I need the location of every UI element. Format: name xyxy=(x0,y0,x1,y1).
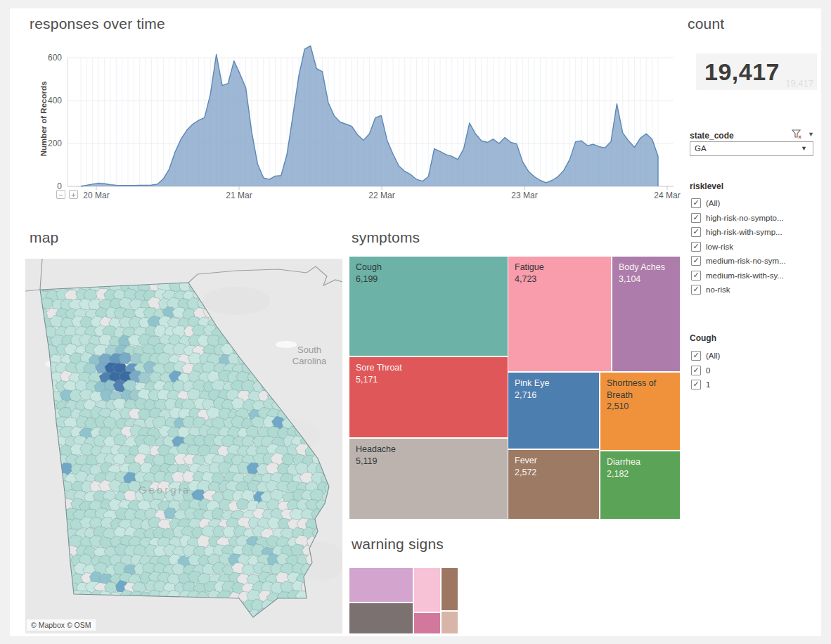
treemap-tile[interactable] xyxy=(349,603,413,633)
y-axis-tick-label: 600 xyxy=(41,53,62,63)
x-axis-tick-label: 24 Mar xyxy=(638,191,697,200)
count-title: count xyxy=(688,15,724,32)
map-label-neighbor-state: South xyxy=(297,344,321,355)
svg-text:×: × xyxy=(798,134,801,140)
treemap-tile[interactable] xyxy=(442,568,458,610)
axis-zoom-out-button[interactable]: − xyxy=(56,190,65,199)
tile-value: 5,171 xyxy=(356,374,501,386)
treemap-tile-cough[interactable]: Cough6,199 xyxy=(349,257,508,356)
state-code-filter-title: state_code xyxy=(690,131,734,141)
treemap-tile[interactable] xyxy=(414,568,440,612)
responses-over-time-chart[interactable]: Number of Records 020040060020 Mar21 Mar… xyxy=(35,41,676,218)
checkbox-icon[interactable]: ✓ xyxy=(691,213,701,223)
filter-option-risklevel-1[interactable]: ✓high-risk-no-sympto... xyxy=(691,212,784,224)
checkbox-icon[interactable]: ✓ xyxy=(691,285,701,295)
cough-filter-title: Cough xyxy=(690,333,716,343)
y-axis-tick-label: 400 xyxy=(41,96,62,105)
tile-label: Pink Eye xyxy=(515,378,593,389)
map-view[interactable]: SouthCarolinaGeorgia © Mapbox © OSM xyxy=(25,259,342,633)
checkbox-label: (All) xyxy=(706,199,720,207)
treemap-tile[interactable] xyxy=(349,568,413,602)
treemap-tile-fatigue[interactable]: Fatigue4,723 xyxy=(508,257,611,371)
count-value: 19,417 xyxy=(704,58,780,86)
warning-signs-title: warning signs xyxy=(352,536,444,553)
risklevel-filter-title: risklevel xyxy=(690,181,723,191)
tile-value: 2,510 xyxy=(607,401,674,413)
treemap-tile[interactable] xyxy=(414,613,440,633)
tile-value: 2,716 xyxy=(515,389,593,401)
treemap-tile-body-aches[interactable]: Body Aches3,104 xyxy=(612,257,680,371)
tile-value: 3,104 xyxy=(619,273,674,285)
exclude-filter-icon[interactable]: × xyxy=(792,129,803,140)
tile-label: Fever xyxy=(515,455,593,467)
map-attribution[interactable]: © Mapbox © OSM xyxy=(27,619,96,631)
treemap-tile-sore-throat[interactable]: Sore Throat5,171 xyxy=(349,357,508,437)
filter-option-risklevel-5[interactable]: ✓medium-risk-with-sy... xyxy=(691,269,784,282)
filter-option-cough-0[interactable]: ✓(All) xyxy=(691,349,720,362)
checkbox-label: high-risk-with-symp... xyxy=(706,228,782,236)
symptoms-title: symptoms xyxy=(352,229,420,246)
checkbox-label: medium-risk-with-sy... xyxy=(706,271,784,280)
map-label-state: Georgia xyxy=(138,484,191,496)
tile-label: Body Aches xyxy=(619,262,674,273)
tile-label: Shortness of Breath xyxy=(607,378,674,401)
checkbox-label: 0 xyxy=(706,366,710,375)
filter-option-risklevel-6[interactable]: ✓no-risk xyxy=(691,283,730,296)
dropdown-caret-icon: ▼ xyxy=(801,145,807,152)
state-code-dropdown[interactable]: GA ▼ xyxy=(690,141,813,156)
checkbox-icon[interactable]: ✓ xyxy=(691,227,701,237)
checkbox-label: high-risk-no-sympto... xyxy=(706,214,784,222)
checkbox-icon[interactable]: ✓ xyxy=(691,198,701,208)
state-code-selected-value: GA xyxy=(695,144,707,153)
checkbox-label: no-risk xyxy=(706,285,730,294)
y-axis-tick-label: 200 xyxy=(41,139,62,148)
checkbox-label: 1 xyxy=(706,380,710,389)
filter-menu-caret-icon[interactable]: ▼ xyxy=(808,131,814,138)
checkbox-label: low-risk xyxy=(706,243,733,251)
filter-option-risklevel-3[interactable]: ✓low-risk xyxy=(691,240,733,253)
axis-zoom-in-button[interactable]: + xyxy=(69,190,78,199)
symptoms-treemap: Cough6,199Sore Throat5,171Headache5,119F… xyxy=(349,257,680,519)
checkbox-icon[interactable]: ✓ xyxy=(691,242,701,252)
filter-option-risklevel-0[interactable]: ✓(All) xyxy=(691,197,720,210)
x-axis-tick-label: 21 Mar xyxy=(210,191,269,200)
tile-label: Diarrhea xyxy=(607,456,674,468)
treemap-tile-headache[interactable]: Headache5,119 xyxy=(349,439,508,519)
x-axis-tick-label: 23 Mar xyxy=(495,191,554,200)
tile-label: Cough xyxy=(356,262,501,273)
map-label-neighbor-state: Carolina xyxy=(292,356,327,366)
map-title: map xyxy=(30,229,58,246)
tile-value: 6,199 xyxy=(356,273,501,285)
filter-option-risklevel-4[interactable]: ✓medium-risk-no-sym... xyxy=(691,255,786,267)
tile-value: 2,182 xyxy=(607,468,674,480)
treemap-tile-diarrhea[interactable]: Diarrhea2,182 xyxy=(600,451,680,519)
count-ghost-value: 19,417 xyxy=(785,78,813,89)
checkbox-icon[interactable]: ✓ xyxy=(691,271,701,281)
warning-signs-treemap xyxy=(349,568,458,633)
tile-value: 4,723 xyxy=(515,273,605,285)
treemap-tile-pink-eye[interactable]: Pink Eye2,716 xyxy=(508,373,599,449)
x-axis-tick-label: 22 Mar xyxy=(352,191,411,200)
responses-over-time-title: responses over time xyxy=(30,15,165,32)
y-axis-title: Number of Records xyxy=(39,63,49,175)
checkbox-icon[interactable]: ✓ xyxy=(691,366,701,375)
choropleth-map-canvas[interactable]: SouthCarolinaGeorgia xyxy=(25,259,342,633)
tile-value: 2,572 xyxy=(515,467,593,479)
treemap-tile-fever[interactable]: Fever2,572 xyxy=(508,450,599,519)
checkbox-icon[interactable]: ✓ xyxy=(691,256,701,266)
filter-option-risklevel-2[interactable]: ✓high-risk-with-symp... xyxy=(691,226,782,238)
checkbox-label: (All) xyxy=(706,352,720,360)
checkbox-label: medium-risk-no-sym... xyxy=(706,257,786,265)
tile-label: Sore Throat xyxy=(356,362,501,374)
tile-label: Headache xyxy=(356,444,501,456)
tile-value: 5,119 xyxy=(356,456,501,468)
treemap-tile[interactable] xyxy=(442,612,458,633)
count-big-number[interactable]: 19,417 19,417 xyxy=(696,53,817,90)
checkbox-icon[interactable]: ✓ xyxy=(691,380,701,389)
treemap-tile-shortness-of-breath[interactable]: Shortness of Breath2,510 xyxy=(600,373,680,450)
checkbox-icon[interactable]: ✓ xyxy=(691,351,701,361)
tile-label: Fatigue xyxy=(515,262,605,273)
filter-option-cough-2[interactable]: ✓1 xyxy=(691,378,710,391)
filter-option-cough-1[interactable]: ✓0 xyxy=(691,364,710,377)
